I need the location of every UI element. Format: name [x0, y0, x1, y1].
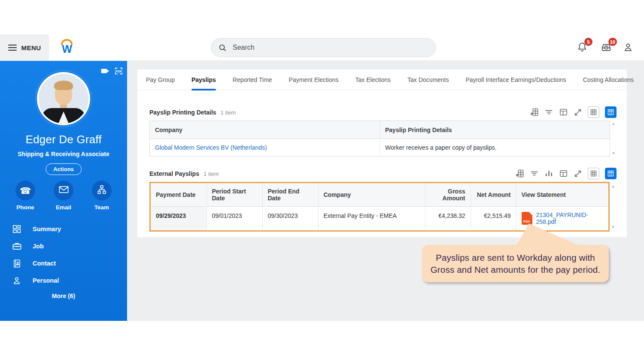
menu-button[interactable]: MENU — [0, 34, 49, 61]
tab-tax-documents[interactable]: Tax Documents — [407, 69, 449, 90]
filter-icon[interactable] — [530, 169, 539, 178]
notifications-button[interactable]: 5 — [577, 42, 588, 54]
column-header-period-end[interactable]: Period End Date — [262, 183, 318, 207]
grid-view-expanded-button[interactable] — [605, 106, 617, 118]
quick-actions: ☎ Phone Email — [0, 181, 127, 211]
column-header-view-statement[interactable]: View Statement — [516, 183, 608, 207]
external-payslips-section-header: External Payslips 1 item — [149, 168, 617, 179]
column-header-payment-date[interactable]: Payment Date — [151, 183, 207, 207]
tab-tax-elections[interactable]: Tax Elections — [355, 69, 391, 90]
callout-pointer — [515, 223, 580, 245]
menu-button-label: MENU — [21, 44, 41, 51]
table-row: Global Modern Services BV (Netherlands) … — [150, 139, 610, 157]
scroll-down-icon[interactable]: ▼ — [611, 225, 615, 229]
summary-grid-icon — [12, 224, 22, 234]
column-settings-icon[interactable] — [559, 169, 568, 178]
grid-view-compact-button[interactable] — [588, 168, 599, 179]
profile-photo[interactable] — [37, 72, 90, 125]
table-toolbar — [515, 168, 617, 179]
column-header-company[interactable]: Company — [150, 121, 380, 139]
payslip-printing-section-header: Payslip Printing Details 1 item — [149, 106, 617, 118]
pdf-export-icon[interactable]: PDF — [114, 67, 123, 75]
expand-icon[interactable] — [574, 169, 582, 178]
quick-action-phone[interactable]: ☎ Phone — [12, 181, 38, 211]
personal-person-icon — [12, 276, 22, 285]
chart-icon[interactable] — [544, 169, 553, 178]
filter-icon[interactable] — [544, 108, 553, 117]
notifications-badge: 5 — [584, 38, 592, 46]
sidebar-navigation: Summary Job — [0, 220, 127, 289]
global-search-bar[interactable] — [211, 38, 436, 57]
section-title: External Payslips — [149, 170, 199, 177]
quick-action-email[interactable]: Email — [51, 181, 76, 211]
sidebar-item-summary[interactable]: Summary — [0, 220, 127, 238]
export-to-excel-icon[interactable] — [530, 108, 539, 117]
column-settings-icon[interactable] — [559, 108, 568, 117]
grid-view-expanded-button[interactable] — [605, 168, 617, 179]
column-header-period-start[interactable]: Period Start Date — [207, 183, 262, 207]
sidebar-item-label: Summary — [33, 226, 61, 232]
person-icon — [623, 47, 634, 54]
grid-view-compact-button[interactable] — [588, 106, 599, 118]
gross-amount-cell: €4,238.32 — [425, 207, 471, 230]
search-icon — [218, 43, 227, 52]
workday-logo[interactable]: W — [60, 38, 74, 57]
inbox-icon — [600, 47, 612, 54]
top-bar: MENU W 5 — [0, 34, 644, 61]
workday-payslips-screen: MENU W 5 — [0, 0, 644, 362]
company-cell: External Pay Entity - EMEA — [318, 207, 425, 230]
bell-icon — [577, 47, 588, 54]
contact-card-icon — [12, 259, 22, 268]
tag-icon[interactable] — [101, 68, 110, 74]
scroll-up-icon[interactable]: ▲ — [611, 184, 615, 188]
tab-bar: Pay Group Payslips Reported Time Payment… — [137, 69, 627, 90]
table-toolbar — [530, 106, 617, 118]
sidebar-more-link[interactable]: More (6) — [0, 293, 127, 299]
profile-menu-button[interactable] — [623, 42, 634, 54]
period-start-cell: 09/01/2023 — [207, 207, 262, 230]
expand-icon[interactable] — [574, 108, 582, 117]
payslips-card: Pay Group Payslips Reported Time Payment… — [137, 69, 627, 237]
pdf-file-icon[interactable]: PDF — [522, 212, 532, 225]
column-header-gross-amount[interactable]: Gross Amount — [425, 183, 471, 207]
export-to-excel-icon[interactable] — [515, 169, 524, 178]
employee-name: Edger De Graff — [0, 133, 127, 146]
hamburger-icon — [8, 45, 17, 51]
sidebar-item-job[interactable]: Job — [0, 238, 127, 255]
tab-reported-time[interactable]: Reported Time — [233, 69, 272, 90]
phone-icon: ☎ — [20, 186, 31, 195]
tab-pay-group[interactable]: Pay Group — [146, 69, 175, 90]
workday-logo-letter: W — [60, 43, 74, 55]
scroll-up-icon[interactable]: ▲ — [612, 122, 615, 126]
printing-details-cell: Worker receives a paper copy of payslips… — [380, 139, 610, 157]
column-header-net-amount[interactable]: Net Amount — [471, 183, 516, 207]
tab-payroll-interface[interactable]: Payroll Interface Earnings/Deductions — [466, 69, 566, 90]
table-scrollbar[interactable]: ▲ ▼ — [610, 182, 617, 232]
briefcase-icon — [12, 241, 22, 251]
tab-costing-allocations[interactable]: Costing Allocations — [583, 69, 634, 90]
section-item-count: 1 item — [221, 109, 236, 116]
scroll-down-icon[interactable]: ▼ — [612, 151, 615, 155]
email-label: Email — [56, 204, 71, 211]
company-link[interactable]: Global Modern Services BV (Netherlands) — [155, 144, 267, 151]
payslip-printing-table-wrap: Company Payslip Printing Details Global … — [149, 121, 617, 157]
actions-button[interactable]: Actions — [46, 163, 82, 175]
team-label: Team — [94, 204, 109, 211]
annotation-callout: Payslips are sent to Workday along with … — [422, 245, 609, 282]
tab-payslips[interactable]: Payslips — [191, 69, 216, 90]
sidebar-item-personal[interactable]: Personal — [0, 272, 127, 289]
table-scrollbar[interactable]: ▲ ▼ — [610, 121, 617, 157]
phone-label: Phone — [16, 204, 34, 211]
tab-payment-elections[interactable]: Payment Elections — [289, 69, 339, 90]
column-header-company[interactable]: Company — [318, 183, 425, 207]
quick-action-team[interactable]: Team — [89, 181, 115, 211]
net-amount-cell: €2,515.49 — [471, 207, 516, 230]
column-header-printing-details[interactable]: Payslip Printing Details — [380, 121, 610, 139]
search-input[interactable] — [233, 44, 428, 51]
section-item-count: 1 item — [204, 171, 219, 177]
inbox-button[interactable]: 10 — [600, 42, 612, 54]
section-title: Payslip Printing Details — [149, 109, 216, 116]
sidebar-item-label: Job — [33, 243, 44, 250]
sidebar-item-contact[interactable]: Contact — [0, 255, 127, 272]
callout-text: Payslips are sent to Workday along with … — [429, 252, 602, 275]
